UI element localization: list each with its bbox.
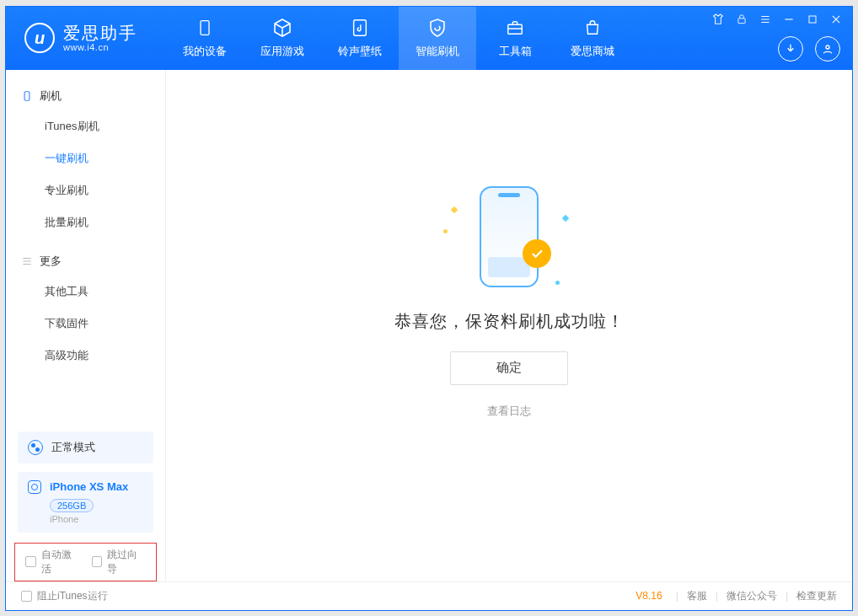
- version-label: V8.16: [635, 590, 662, 602]
- svg-rect-4: [809, 16, 816, 23]
- device-card[interactable]: iPhone XS Max 256GB iPhone: [18, 472, 153, 533]
- header-action-icons: [778, 36, 840, 62]
- device-icon: [28, 480, 41, 494]
- tab-ringtone[interactable]: 铃声壁纸: [321, 7, 399, 70]
- status-bar: 阻止iTunes运行 V8.16 | 客服 | 微信公众号 | 检查更新: [6, 581, 852, 610]
- svg-rect-6: [24, 91, 29, 100]
- checkbox-block-itunes[interactable]: 阻止iTunes运行: [21, 589, 108, 603]
- tab-my-device[interactable]: 我的设备: [166, 7, 244, 70]
- device-type: iPhone: [50, 514, 143, 524]
- body: 刷机 iTunes刷机 一键刷机 专业刷机 批量刷机 更多 其他工具 下载固件 …: [6, 70, 852, 581]
- device-capacity: 256GB: [50, 499, 94, 512]
- customer-service-link[interactable]: 客服: [687, 589, 707, 603]
- svg-point-5: [826, 46, 829, 49]
- check-badge-icon: [523, 239, 551, 268]
- tab-store[interactable]: 爱思商城: [554, 7, 631, 70]
- minimize-button[interactable]: [781, 12, 796, 27]
- shield-refresh-icon: [426, 17, 448, 39]
- toolbox-icon: [504, 17, 526, 39]
- main-content: 恭喜您，保资料刷机成功啦！ 确定 查看日志: [166, 70, 852, 581]
- logo-text: 爱思助手 www.i4.cn: [63, 24, 137, 52]
- svg-rect-0: [201, 21, 209, 35]
- menu-icon[interactable]: [758, 12, 773, 27]
- sidebar-item-onekey-flash[interactable]: 一键刷机: [6, 142, 165, 174]
- tab-toolbox[interactable]: 工具箱: [476, 7, 554, 70]
- list-icon: [21, 255, 33, 267]
- logo-icon: u: [24, 23, 55, 53]
- phone-graphic: [480, 186, 539, 287]
- header: u 爱思助手 www.i4.cn 我的设备 应用游戏 铃声壁纸 智能刷机: [6, 7, 852, 70]
- check-update-link[interactable]: 检查更新: [796, 589, 837, 603]
- lock-icon[interactable]: [734, 12, 749, 27]
- svg-rect-3: [738, 18, 745, 23]
- maximize-button[interactable]: [805, 12, 820, 27]
- tab-flash[interactable]: 智能刷机: [399, 7, 476, 70]
- music-file-icon: [349, 17, 371, 39]
- sidebar-item-other-tools[interactable]: 其他工具: [6, 276, 165, 308]
- device-icon: [21, 90, 33, 102]
- checkbox-auto-activate[interactable]: 自动激活: [25, 548, 80, 576]
- sidebar-item-itunes-flash[interactable]: iTunes刷机: [6, 110, 165, 142]
- success-illustration: [442, 182, 576, 292]
- user-button[interactable]: [815, 36, 840, 62]
- download-button[interactable]: [778, 36, 803, 62]
- view-log-link[interactable]: 查看日志: [487, 404, 531, 419]
- shirt-icon[interactable]: [711, 12, 726, 27]
- svg-rect-2: [508, 24, 523, 34]
- ok-button[interactable]: 确定: [450, 351, 568, 385]
- sidebar-group-flash: 刷机: [6, 82, 165, 110]
- cube-icon: [271, 17, 293, 39]
- app-window: u 爱思助手 www.i4.cn 我的设备 应用游戏 铃声壁纸 智能刷机: [5, 6, 853, 611]
- result-panel: 恭喜您，保资料刷机成功啦！ 确定 查看日志: [394, 182, 625, 419]
- mode-icon: [28, 440, 43, 455]
- sidebar-item-advanced[interactable]: 高级功能: [6, 340, 165, 372]
- sidebar-item-download-firmware[interactable]: 下载固件: [6, 308, 165, 340]
- bag-icon: [582, 17, 603, 39]
- device-name: iPhone XS Max: [50, 480, 128, 493]
- main-tabs: 我的设备 应用游戏 铃声壁纸 智能刷机 工具箱 爱思商城: [166, 7, 631, 70]
- close-button[interactable]: [829, 12, 844, 27]
- mode-label: 正常模式: [51, 440, 95, 455]
- tab-apps[interactable]: 应用游戏: [244, 7, 321, 70]
- sidebar-group-more: 更多: [6, 247, 165, 276]
- mode-card[interactable]: 正常模式: [18, 431, 153, 463]
- sidebar: 刷机 iTunes刷机 一键刷机 专业刷机 批量刷机 更多 其他工具 下载固件 …: [6, 70, 166, 581]
- checkbox-skip-guide[interactable]: 跳过向导: [92, 548, 147, 576]
- app-name: 爱思助手: [63, 24, 137, 42]
- sidebar-item-batch-flash[interactable]: 批量刷机: [6, 206, 165, 238]
- success-message: 恭喜您，保资料刷机成功啦！: [394, 310, 625, 333]
- svg-rect-1: [354, 20, 367, 35]
- sidebar-item-pro-flash[interactable]: 专业刷机: [6, 174, 165, 206]
- wechat-link[interactable]: 微信公众号: [727, 589, 777, 603]
- window-controls: [711, 12, 844, 27]
- options-highlight-box: 自动激活 跳过向导: [14, 543, 157, 581]
- app-url: www.i4.cn: [63, 42, 137, 52]
- logo[interactable]: u 爱思助手 www.i4.cn: [6, 7, 166, 70]
- phone-icon: [194, 17, 216, 39]
